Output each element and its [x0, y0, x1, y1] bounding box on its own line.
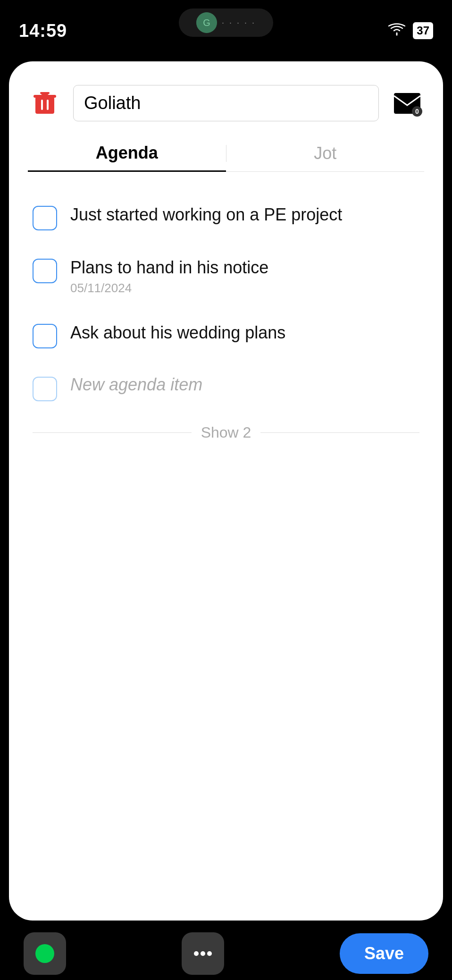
battery-level: 37 — [417, 24, 429, 37]
status-bar: 14:59 G · · · · · 37 — [0, 0, 452, 52]
tabs: Agenda Jot — [28, 135, 424, 172]
show-more-line-left — [33, 432, 192, 433]
di-dots: · · · · · — [222, 18, 256, 28]
mail-button[interactable]: 0 — [390, 86, 424, 120]
item-content-3: Ask about his wedding plans — [70, 322, 285, 344]
show-more-line-right — [260, 432, 419, 433]
item-title-2: Plans to hand in his notice — [70, 257, 268, 279]
agenda-list: Just started working on a PE project Pla… — [28, 191, 424, 414]
new-agenda-item[interactable]: New agenda item — [28, 362, 424, 414]
svg-text:G: G — [203, 17, 210, 28]
dot-1 — [194, 951, 199, 956]
dots-icon — [194, 951, 212, 956]
wifi-icon — [388, 23, 405, 39]
green-dot-icon — [35, 944, 54, 963]
svg-rect-7 — [40, 92, 50, 94]
dynamic-island: G · · · · · — [179, 8, 273, 37]
agenda-item[interactable]: Plans to hand in his notice 05/11/2024 — [28, 244, 424, 309]
green-circle-button[interactable] — [24, 932, 66, 975]
checkbox-1[interactable] — [33, 206, 57, 230]
delete-button[interactable] — [28, 86, 62, 120]
di-avatar: G — [196, 12, 217, 33]
show-more-button[interactable]: Show 2 — [201, 424, 251, 441]
item-title-1: Just started working on a PE project — [70, 204, 342, 226]
svg-rect-4 — [47, 100, 49, 110]
checkbox-new[interactable] — [33, 377, 57, 401]
main-card: 0 Agenda Jot Just started working on a P… — [9, 61, 443, 921]
tab-agenda[interactable]: Agenda — [28, 135, 226, 172]
status-time: 14:59 — [19, 21, 67, 41]
agenda-item[interactable]: Ask about his wedding plans — [28, 309, 424, 362]
dots-button[interactable] — [182, 932, 224, 975]
dot-3 — [207, 951, 212, 956]
status-right: 37 — [388, 22, 433, 39]
checkbox-3[interactable] — [33, 324, 57, 348]
svg-rect-2 — [35, 97, 54, 114]
item-date-2: 05/11/2024 — [70, 281, 268, 296]
show-more-row: Show 2 — [28, 424, 424, 441]
agenda-item[interactable]: Just started working on a PE project — [28, 191, 424, 244]
save-button[interactable]: Save — [340, 933, 428, 974]
item-content-2: Plans to hand in his notice 05/11/2024 — [70, 257, 268, 296]
item-content-1: Just started working on a PE project — [70, 204, 342, 226]
contact-name-input[interactable] — [73, 85, 379, 121]
checkbox-2[interactable] — [33, 259, 57, 283]
bottom-bar: Save — [0, 921, 452, 980]
header-row: 0 — [28, 85, 424, 121]
trash-icon — [33, 91, 56, 116]
new-item-label[interactable]: New agenda item — [70, 375, 202, 395]
mail-badge: 0 — [412, 106, 422, 117]
battery-indicator: 37 — [413, 22, 433, 39]
dot-2 — [201, 951, 205, 956]
tab-jot[interactable]: Jot — [226, 136, 425, 171]
svg-rect-3 — [41, 100, 43, 110]
item-title-3: Ask about his wedding plans — [70, 322, 285, 344]
svg-rect-5 — [33, 95, 56, 98]
